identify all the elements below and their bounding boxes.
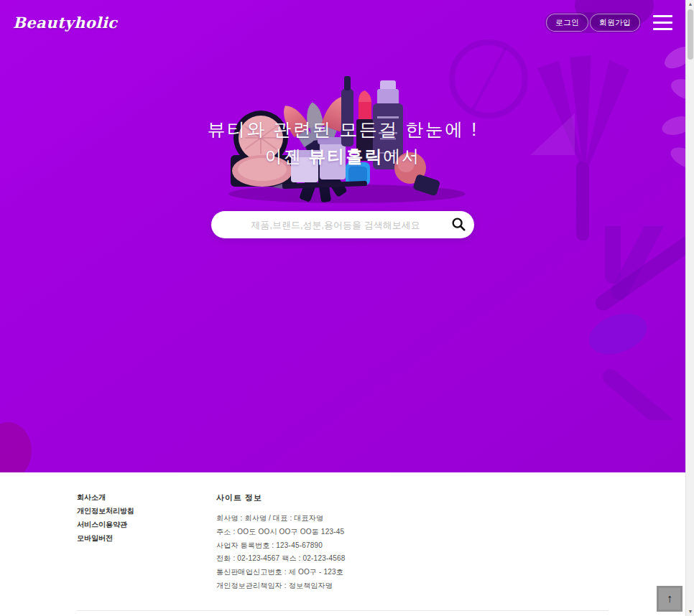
signup-button[interactable]: 회원가입 [590,14,640,32]
footer-link[interactable]: 모바일버전 [77,533,216,543]
auth-pill: 로그인 회원가입 [545,12,642,33]
login-button[interactable]: 로그인 [546,14,588,32]
footer-divider [77,610,609,611]
page: Beautyholic 로그인 회원가입 [0,0,685,616]
scrollbar-down-arrow[interactable]: ▼ [686,607,694,616]
decor-corner-blob [0,422,32,472]
decor-brush-handles [589,226,685,420]
header: Beautyholic 로그인 회원가입 [0,0,685,45]
footer-link[interactable]: 개인정보처리방침 [77,506,216,516]
magnifier-icon [450,216,466,232]
footer-content: 회사소개개인정보처리방침서비스이용약관모바일버전 사이트 정보 회사명 : 회사… [77,472,609,594]
footer-links: 회사소개개인정보처리방침서비스이용약관모바일버전 [77,493,216,594]
site-info-lines: 회사명 : 회사명 / 대표 : 대표자명주소 : OO도 OO시 OO구 OO… [216,513,609,591]
search-button[interactable] [450,216,467,233]
headline-brand: 뷰티홀릭 [308,146,383,166]
scroll-to-top-button[interactable]: ↑ [657,586,683,612]
hero-section: Beautyholic 로그인 회원가입 [0,0,685,472]
footer: 회사소개개인정보처리방침서비스이용약관모바일버전 사이트 정보 회사명 : 회사… [0,472,685,616]
footer-link[interactable]: 서비스이용약관 [77,520,216,530]
site-info-line: 회사명 : 회사명 / 대표 : 대표자명 [216,513,609,523]
arrow-up-icon: ↑ [667,592,672,605]
scrollbar-up-arrow[interactable]: ▲ [686,0,694,9]
site-info-line: 개인정보관리책임자 : 정보책임자명 [216,581,609,591]
footer-link[interactable]: 회사소개 [77,493,216,503]
footer-site-info: 사이트 정보 회사명 : 회사명 / 대표 : 대표자명주소 : OO도 OO시… [216,493,609,594]
search-input[interactable] [211,211,474,238]
hero-headline: 뷰티와 관련된 모든걸 한눈에 ! 이젠 뷰티홀릭에서 [0,118,685,168]
header-actions: 로그인 회원가입 [545,12,672,33]
site-info-line: 사업자 등록번호 : 123-45-67890 [216,541,609,551]
hamburger-menu-icon[interactable] [653,15,672,30]
scrollbar-thumb[interactable] [688,9,693,60]
site-info-line: 통신판매업신고번호 : 제 OO구 - 123호 [216,567,609,577]
search-bar [211,211,474,238]
headline-line1: 뷰티와 관련된 모든걸 한눈에 ! [0,118,685,141]
brand-logo[interactable]: Beautyholic [13,14,117,32]
site-info-line: 전화 : 02-123-4567 팩스 : 02-123-4568 [216,554,609,564]
site-info-title: 사이트 정보 [216,493,609,503]
site-info-line: 주소 : OO도 OO시 OO구 OO동 123-45 [216,527,609,537]
scrollbar[interactable]: ▲ ▼ [685,0,694,616]
headline-line2: 이젠 뷰티홀릭에서 [0,145,685,168]
